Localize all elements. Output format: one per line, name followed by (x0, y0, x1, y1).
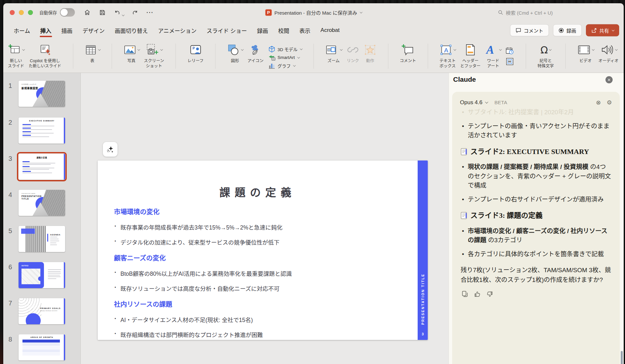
minimize-window-button[interactable] (19, 10, 24, 15)
chat-paragraph: 残り7枚(ソリューション2枚、TAM/SAM/SOM 3枚、競合比較1枚、次のス… (461, 265, 611, 285)
omega-icon: Ω (540, 44, 548, 56)
search-placeholder: 検索 (Cmd + Ctrl + U) (506, 9, 553, 16)
slide-bullet: 既存ソリューションでは高度な分析・自動化ニーズに対応不可 (114, 284, 408, 292)
tab-view[interactable]: 表示 (299, 22, 311, 39)
tab-review[interactable]: 校閲 (278, 22, 290, 39)
model-selector[interactable]: Opus 4.6 (460, 99, 482, 106)
shapes-button[interactable]: 図形 (227, 41, 243, 73)
slide-thumbnail-1[interactable]: 社内提案書 | 2020年2月 新規事業提案 (19, 81, 65, 107)
close-window-button[interactable] (10, 10, 15, 15)
slide-editor[interactable]: 課題の定義 市場環境の変化 既存事業の年間成長率が過去3年で15%→5%→2%と… (98, 161, 428, 340)
date-time-icon (506, 47, 514, 55)
symbol-button[interactable]: Ω 記号と 特殊文字 (537, 41, 554, 73)
share-button[interactable]: 共有 (586, 24, 619, 36)
close-icon[interactable]: ✕ (605, 76, 613, 83)
slide-number-icon (506, 58, 514, 65)
slide-side-label: PRESENTATION TITLE (421, 273, 425, 325)
share-icon (591, 28, 597, 33)
wordart-icon: A (485, 44, 498, 56)
slide-thumbnail-6[interactable]: INTRO (19, 262, 65, 288)
copy-icon[interactable] (461, 290, 468, 298)
copilot-new-slide-button[interactable]: Copilot を使用し た新しいスライド (29, 41, 61, 73)
slide-thumbnail-7[interactable]: PRIMARY GOALS ANNUAL REVENUE GROWTH (19, 298, 65, 324)
textbox-button[interactable]: A テキスト ボックス (439, 41, 456, 73)
slide-title[interactable]: 課題の定義 (98, 184, 418, 200)
chevron-down-icon (612, 28, 614, 31)
svg-text:A: A (444, 47, 449, 54)
record-button[interactable]: 録画 (553, 24, 582, 36)
slide-side-accent-bar: PRESENTATION TITLE 3 (418, 161, 428, 340)
slide-thumbnail-4[interactable]: PRESENTER NAME PRESENTATION TITLE (19, 190, 65, 216)
slide-body-text[interactable]: 市場環境の変化 既存事業の年間成長率が過去3年で15%→5%→2%と急速に鈍化 … (114, 207, 408, 345)
tab-animations[interactable]: アニメーション (158, 22, 197, 39)
tab-slideshow[interactable]: スライド ショー (206, 22, 248, 39)
slide-number-label: 7 (8, 300, 17, 307)
screenshot-button[interactable]: スクリーン ショット (144, 41, 164, 73)
autosave-toggle[interactable] (60, 8, 75, 17)
section-heading: 市場環境の変化 (114, 207, 408, 216)
chevron-down-icon (98, 48, 101, 50)
tab-home[interactable]: ホーム (13, 22, 31, 39)
slide-number-button[interactable] (506, 58, 514, 67)
copilot-sparkle-button[interactable] (103, 142, 118, 157)
zoom-window-button[interactable] (28, 10, 33, 15)
chart-button[interactable]: グラフ (268, 63, 302, 69)
slide-thumbnail-5[interactable]: AGENDA (19, 226, 65, 252)
zoom-icon (325, 44, 339, 56)
save-icon[interactable] (98, 8, 106, 16)
copilot-slide-icon (38, 44, 51, 56)
video-button[interactable]: ビデオ (577, 41, 594, 73)
claude-scrollbar[interactable] (621, 351, 623, 364)
reset-conversation-icon[interactable]: ⊗ (596, 99, 601, 106)
chevron-down-icon (549, 48, 551, 50)
date-time-button[interactable] (506, 47, 514, 56)
new-slide-button[interactable]: 新しい スライド (8, 41, 24, 73)
tab-insert[interactable]: 挿入 (40, 22, 52, 39)
slide-thumbnail-2[interactable]: EXECUTIVE SUMMARY (19, 118, 65, 144)
redo-icon[interactable] (131, 8, 139, 16)
3d-model-button[interactable]: 3D モデル (268, 46, 302, 53)
slide-number-label: 2 (8, 119, 17, 126)
smartart-button[interactable]: SmartArt (268, 54, 302, 61)
svg-text:P: P (192, 47, 195, 50)
slide-thumbnail-3-selected[interactable]: 課題の定義 (19, 154, 65, 180)
undo-button[interactable] (113, 8, 124, 16)
sparkle-icon (106, 146, 114, 153)
cameo-button[interactable]: P レリーフ (188, 41, 203, 73)
wordart-button[interactable]: A ワード アート (485, 41, 501, 73)
search-field[interactable]: 検索 (Cmd + Ctrl + U) (498, 9, 553, 16)
new-comment-button[interactable]: コメント (400, 41, 416, 73)
header-footer-button[interactable]: ヘッダー とフッター (460, 41, 481, 73)
document-title[interactable]: P Presentation - 自分の Mac に保存済み (265, 9, 362, 16)
icons-button[interactable]: アイコン (247, 41, 263, 73)
tab-acrobat[interactable]: Acrobat (320, 22, 340, 38)
chevron-down-icon (300, 47, 302, 50)
home-icon[interactable] (83, 8, 91, 16)
section-heading: 顧客ニーズの変化 (114, 253, 408, 262)
slide-thumbnail-8[interactable]: AREAS OF GROWTH (19, 334, 65, 360)
slide-doc-icon (461, 148, 468, 158)
comments-button[interactable]: コメント (510, 24, 549, 36)
tab-record[interactable]: 録画 (257, 22, 269, 39)
screenshot-icon (146, 43, 159, 56)
gear-icon[interactable]: ⚙ (607, 99, 612, 106)
chat-heading: スライド3: 課題の定義 (461, 211, 611, 222)
audio-button[interactable]: オーディオ (598, 41, 618, 73)
tab-draw[interactable]: 描画 (61, 22, 73, 39)
comment-icon (516, 28, 521, 33)
zoom-button[interactable]: ズーム (325, 41, 342, 73)
slide-bullet: デジタル化の加速により、従来型サービスの競争優位性が低下 (114, 238, 408, 246)
more-options-icon[interactable]: ⋯ (146, 8, 154, 16)
chat-bullet: 各カテゴリに具体的なポイントを箇条書きで記載 (461, 250, 611, 259)
chevron-down-icon (241, 48, 243, 50)
table-button[interactable]: 表 (85, 41, 100, 73)
3d-model-icon (268, 46, 275, 53)
thumbs-down-icon[interactable] (486, 290, 493, 298)
photo-button[interactable]: 写真 (123, 41, 139, 73)
tab-transitions[interactable]: 画面切り替え (114, 22, 149, 39)
tab-design[interactable]: デザイン (82, 22, 105, 39)
claude-chat-content: サブタイトル: 社内提案書 | 2020年2月 テンプレートの画像・青いアクセン… (452, 109, 620, 298)
thumbs-up-icon[interactable] (474, 290, 481, 298)
slide-thumbnail-panel: 1 社内提案書 | 2020年2月 新規事業提案 2 EXECUTIVE SUM… (3, 73, 81, 364)
slide-bullet: 既存事業の年間成長率が過去3年で15%→5%→2%と急速に鈍化 (114, 223, 408, 231)
